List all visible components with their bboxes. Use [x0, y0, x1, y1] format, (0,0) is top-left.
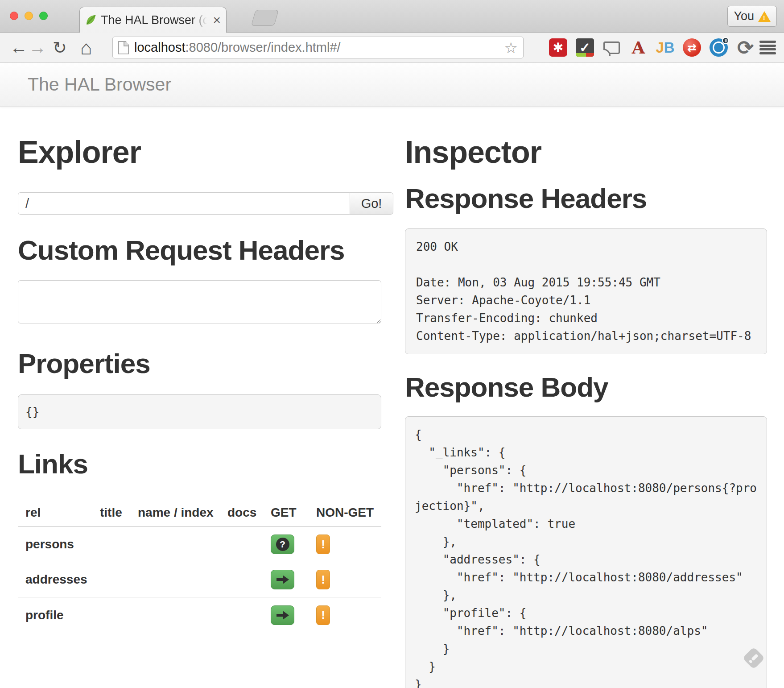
links-table: rel title name / index docs GET NON-GET …: [18, 499, 381, 633]
col-title: title: [100, 506, 138, 520]
col-get: GET: [271, 506, 316, 520]
arrow-right-icon: [276, 611, 289, 620]
col-name-index: name / index: [138, 506, 227, 520]
non-get-button[interactable]: !: [316, 605, 330, 625]
zoom-window-button[interactable]: [39, 12, 48, 20]
profile-button[interactable]: You !: [727, 6, 777, 27]
properties-box: {}: [18, 394, 381, 429]
red-sync-extension-icon[interactable]: ⇄: [683, 38, 701, 57]
chrome-menu-icon[interactable]: [759, 39, 776, 56]
explorer-title: Explorer: [18, 134, 394, 170]
col-docs: docs: [227, 506, 271, 520]
forward-button[interactable]: →: [29, 33, 46, 62]
site-brand: The HAL Browser: [28, 74, 171, 95]
adblock-extension-icon[interactable]: A: [629, 38, 648, 57]
rel-label: persons: [25, 537, 100, 551]
custom-request-headers-title: Custom Request Headers: [18, 234, 394, 266]
jetbrains-extension-icon[interactable]: JB: [656, 38, 674, 57]
question-mark-icon: ?: [276, 538, 289, 551]
explorer-panel: Explorer Go! Custom Request Headers Prop…: [18, 107, 394, 688]
non-get-button[interactable]: !: [316, 535, 330, 554]
explorer-address-group: Go!: [18, 192, 393, 215]
inspector-title: Inspector: [405, 134, 767, 170]
response-headers-title: Response Headers: [405, 182, 767, 214]
explorer-uri-input[interactable]: [18, 192, 350, 215]
lastpass-extension-icon[interactable]: ✱: [549, 38, 567, 57]
back-button[interactable]: ←: [10, 33, 28, 62]
tab-strip: The HAL Browser (customiz × You !: [0, 0, 784, 33]
chromecast-extension-icon[interactable]: [602, 38, 621, 57]
get-follow-button[interactable]: [271, 605, 294, 625]
get-templated-button[interactable]: ?: [271, 535, 294, 554]
minimize-window-button[interactable]: [25, 12, 33, 20]
non-get-button[interactable]: !: [316, 570, 330, 589]
close-window-button[interactable]: [10, 12, 18, 20]
browser-tab[interactable]: The HAL Browser (customiz ×: [79, 7, 227, 33]
warning-icon: !: [758, 11, 771, 22]
links-table-header: rel title name / index docs GET NON-GET: [18, 499, 381, 527]
tab-close-icon[interactable]: ×: [213, 13, 221, 27]
home-button[interactable]: ⌂: [80, 33, 92, 62]
site-header: The HAL Browser: [0, 62, 784, 107]
response-body-box: { "_links": { "persons": { "href": "http…: [405, 416, 767, 688]
col-rel: rel: [25, 506, 100, 520]
go-button[interactable]: Go!: [350, 192, 393, 215]
url-text[interactable]: localhost:8080/browser/index.html#/: [134, 40, 341, 55]
tab-title: The HAL Browser (customiz: [101, 13, 207, 27]
table-row-profile: profile !: [18, 597, 381, 633]
col-non-get: NON-GET: [316, 506, 381, 520]
response-body-title: Response Body: [405, 371, 767, 403]
rel-label: addresses: [25, 572, 100, 587]
arrow-right-icon: [276, 575, 289, 584]
properties-title: Properties: [18, 348, 394, 379]
table-row-persons: persons ? !: [18, 527, 381, 562]
checkmark-extension-icon[interactable]: ✓: [576, 38, 594, 57]
window-controls: [10, 12, 48, 20]
links-title: Links: [18, 448, 394, 480]
table-row-addresses: addresses !: [18, 562, 381, 597]
spring-leaf-favicon: [85, 14, 97, 26]
bookmark-star-icon[interactable]: ☆: [504, 39, 518, 57]
extension-row: ✱ ✓ A JB ⇄ ⟳: [549, 33, 755, 62]
reload-button[interactable]: ↻: [53, 33, 67, 62]
get-follow-button[interactable]: [271, 570, 294, 589]
sync-extension-icon[interactable]: ⟳: [736, 38, 755, 57]
address-bar[interactable]: localhost:8080/browser/index.html#/ ☆: [112, 37, 524, 58]
response-headers-box: 200 OK Date: Mon, 03 Aug 2015 19:55:45 G…: [405, 228, 767, 354]
browser-toolbar: ← → ↻ ⌂ localhost:8080/browser/index.htm…: [0, 33, 784, 62]
rel-label: profile: [25, 608, 100, 622]
page-icon: [118, 41, 129, 54]
profile-name: You: [734, 9, 754, 23]
blue-circle-extension-icon[interactable]: [710, 38, 728, 57]
inspector-panel: Inspector Response Headers 200 OK Date: …: [405, 107, 767, 688]
new-tab-button[interactable]: [251, 10, 279, 26]
custom-request-headers-input[interactable]: [18, 280, 381, 323]
